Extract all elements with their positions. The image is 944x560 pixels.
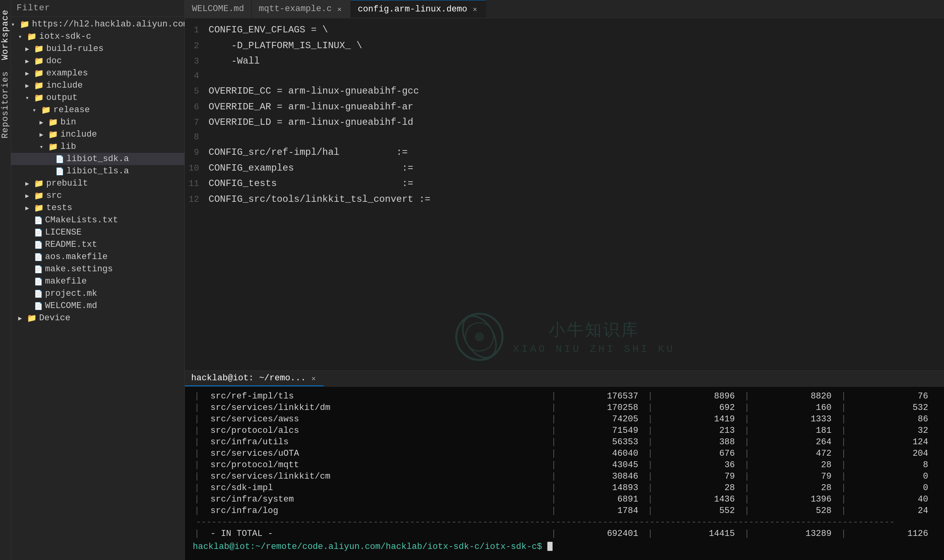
watermark-text-en: XIAO NIU ZHI SHI KU: [513, 343, 675, 355]
tree-arrow-examples: ▶: [25, 70, 34, 77]
tree-label-src: src: [46, 191, 62, 201]
tree-arrow-include: ▶: [25, 82, 34, 90]
terminal-tab-main[interactable]: hacklab@iot: ~/remo... ✕: [185, 371, 323, 386]
folder-icon-prebuilt: 📁: [34, 179, 44, 188]
editor-tab-config[interactable]: config.arm-linux.demo✕: [351, 0, 486, 18]
code-content-10: CONFIG_examples :=: [209, 160, 413, 176]
sep-tot0: |: [193, 528, 207, 539]
tree-item-readme[interactable]: 📄README.txt: [11, 239, 184, 251]
sep-9: |: [193, 494, 207, 505]
terminal-prompt[interactable]: hacklab@iot:~/remote/code.aliyun.com/hac…: [193, 539, 936, 552]
tree-label-build-rules: build-rules: [46, 44, 103, 54]
path-7: src/services/linkkit/cm: [207, 471, 549, 482]
repositories-tab[interactable]: Repositories: [0, 66, 12, 144]
total-col2: 14415: [661, 528, 743, 539]
folder-icon-src: 📁: [34, 191, 44, 201]
tree-label-bin: bin: [60, 117, 76, 127]
code-line-3: 3 -Wall: [185, 53, 944, 69]
terminal-row-9: | src/infra/system | 6891 | 1436 | 1396 …: [193, 494, 936, 505]
terminal-tab-bar: hacklab@iot: ~/remo... ✕: [185, 371, 944, 387]
sep-5: |: [193, 448, 207, 459]
folder-icon-build-rules: 📁: [34, 44, 44, 54]
tree-label-welcome-md: WELCOME.md: [45, 301, 97, 311]
explorer-panel: Filter ▾📁https://hl2.hacklab.aliyun.com/…: [11, 0, 185, 560]
tree-item-make-settings[interactable]: 📄make.settings: [11, 263, 184, 275]
tree-item-src[interactable]: ▶📁src: [11, 190, 184, 202]
folder-icon-iotx-sdk-c: 📁: [27, 32, 37, 41]
line-number-10: 10: [185, 162, 209, 176]
folder-icon-doc: 📁: [34, 56, 44, 66]
sep4-0: |: [743, 391, 758, 402]
tree-item-doc[interactable]: ▶📁doc: [11, 55, 184, 67]
tree-item-device[interactable]: ▶📁Device: [11, 312, 184, 324]
code-line-12: 12CONFIG_src/tools/linkkit_tsl_convert :…: [185, 192, 944, 207]
col1-2: 74205: [564, 413, 646, 425]
folder-icon-output: 📁: [34, 93, 44, 103]
path-3: src/protocol/alcs: [207, 425, 549, 436]
workspace-tab[interactable]: Workspace: [0, 4, 12, 66]
tree-item-release[interactable]: ▾📁release: [11, 104, 184, 116]
tree-item-license[interactable]: 📄LICENSE: [11, 226, 184, 239]
sep4-2: |: [743, 413, 758, 425]
terminal-close-icon[interactable]: ✕: [310, 373, 317, 383]
tree-item-prebuilt[interactable]: ▶📁prebuilt: [11, 177, 184, 190]
tree-item-examples[interactable]: ▶📁examples: [11, 67, 184, 79]
tree-arrow-device: ▶: [18, 314, 27, 322]
tree-item-include[interactable]: ▶📁include: [11, 79, 184, 92]
col3-10: 528: [757, 505, 839, 517]
editor-area[interactable]: 1CONFIG_ENV_CFLAGS = \2 -D_PLATFORM_IS_L…: [185, 18, 944, 370]
col4-2: 86: [854, 413, 936, 425]
folder-icon-release: 📁: [41, 105, 51, 115]
tree-item-bin[interactable]: ▶📁bin: [11, 116, 184, 128]
file-icon-libiot_tls: 📄: [55, 167, 64, 176]
tree-item-lib[interactable]: ▾📁lib: [11, 141, 184, 153]
tab-close-config[interactable]: ✕: [471, 4, 479, 14]
tree-item-iotx-sdk-c[interactable]: ▾📁iotx-sdk-c: [11, 30, 184, 43]
path-0: src/ref-impl/tls: [207, 391, 549, 402]
file-icon-readme: 📄: [34, 241, 43, 249]
editor-tab-mqtt[interactable]: mqtt-example.c✕: [252, 0, 351, 18]
sep4-3: |: [743, 425, 758, 436]
tree-label-device: Device: [39, 313, 70, 323]
col2-9: 1436: [661, 494, 743, 505]
tab-close-mqtt[interactable]: ✕: [336, 4, 343, 14]
tree-item-makefile[interactable]: 📄makefile: [11, 275, 184, 288]
tree-item-include2[interactable]: ▶📁include: [11, 128, 184, 141]
col1-8: 14893: [564, 482, 646, 494]
tree-item-welcome-md[interactable]: 📄WELCOME.md: [11, 300, 184, 312]
divider-line: ----------------------------------------…: [193, 517, 936, 528]
tree-label-output: output: [46, 93, 77, 103]
tree-arrow-root: ▾: [11, 21, 20, 28]
tree-item-libiot_sdk[interactable]: 📄libiot_sdk.a: [11, 153, 184, 165]
tree-item-root[interactable]: ▾📁https://hl2.hacklab.aliyun.com/: [11, 18, 184, 30]
editor-tab-welcome[interactable]: WELCOME.md: [185, 0, 252, 18]
tree-item-project-mk[interactable]: 📄project.mk: [11, 288, 184, 300]
sep4-10: |: [743, 505, 758, 517]
col4-8: 0: [854, 482, 936, 494]
tree-item-tests[interactable]: ▶📁tests: [11, 202, 184, 214]
col2-5: 676: [661, 448, 743, 459]
file-icon-license: 📄: [34, 228, 43, 237]
tree-item-output[interactable]: ▾📁output: [11, 92, 184, 104]
tree-item-build-rules[interactable]: ▶📁build-rules: [11, 43, 184, 55]
terminal-row-1: | src/services/linkkit/dm | 170258 | 692…: [193, 402, 936, 413]
terminal-divider: ----------------------------------------…: [193, 517, 936, 528]
col3-4: 264: [757, 436, 839, 448]
line-number-3: 3: [185, 54, 209, 69]
tree-item-libiot_tls[interactable]: 📄libiot_tls.a: [11, 165, 184, 177]
col3-7: 79: [757, 471, 839, 482]
tree-label-include: include: [46, 81, 83, 90]
sep3-2: |: [646, 413, 661, 425]
tree-label-aos-makefile: aos.makefile: [45, 252, 107, 262]
line-number-9: 9: [185, 146, 209, 160]
total-col4: 1126: [854, 528, 936, 539]
explorer-filter[interactable]: Filter: [11, 0, 184, 17]
terminal-content[interactable]: | src/ref-impl/tls | 176537 | 8896 | 882…: [185, 387, 944, 560]
code-line-9: 9CONFIG_src/ref-impl/hal :=: [185, 145, 944, 160]
main-area: WELCOME.mdmqtt-example.c✕config.arm-linu…: [185, 0, 944, 560]
col1-5: 46040: [564, 448, 646, 459]
sep-4: |: [193, 436, 207, 448]
tree-item-cmakelists[interactable]: 📄CMakeLists.txt: [11, 214, 184, 226]
tree-item-aos-makefile[interactable]: 📄aos.makefile: [11, 251, 184, 263]
sep2-4: |: [549, 436, 564, 448]
